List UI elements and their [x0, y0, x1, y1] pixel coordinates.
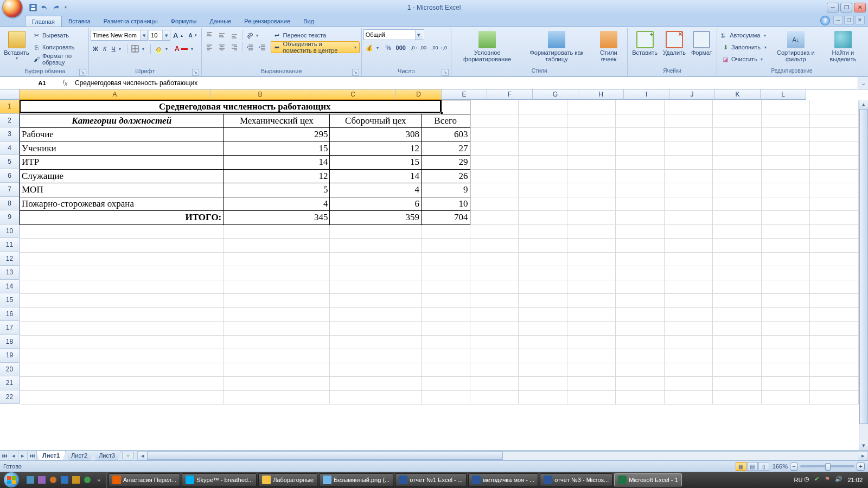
- cell[interactable]: [224, 252, 330, 266]
- start-button[interactable]: [1, 472, 22, 488]
- cell[interactable]: [664, 335, 713, 349]
- column-header-G[interactable]: G: [533, 89, 578, 100]
- merge-center-button[interactable]: ⬌Объединить и поместить в центре▾: [271, 41, 360, 53]
- cell[interactable]: [713, 363, 762, 377]
- cell[interactable]: [519, 169, 567, 183]
- cell[interactable]: [330, 239, 421, 253]
- cell[interactable]: [713, 252, 762, 266]
- cell[interactable]: [664, 252, 713, 266]
- cell[interactable]: [421, 335, 470, 349]
- chevron-down-icon[interactable]: ▾: [140, 30, 148, 40]
- ql-icon[interactable]: [82, 474, 93, 486]
- cell[interactable]: [713, 183, 762, 197]
- cell[interactable]: [567, 390, 616, 404]
- cell[interactable]: [224, 363, 330, 377]
- cell[interactable]: [810, 128, 859, 142]
- cell[interactable]: [567, 169, 616, 183]
- next-sheet-icon[interactable]: ▸: [18, 451, 28, 460]
- scroll-right-icon[interactable]: ▸: [858, 452, 867, 460]
- cell[interactable]: [664, 266, 713, 280]
- tray-icon[interactable]: ◷: [804, 476, 813, 484]
- italic-button[interactable]: К: [101, 43, 108, 55]
- increase-decimal-button[interactable]: ,0←,00: [409, 42, 429, 54]
- row-header-8[interactable]: 8: [0, 197, 20, 211]
- cell[interactable]: [470, 211, 519, 225]
- cell[interactable]: [810, 142, 859, 156]
- cell[interactable]: [616, 211, 665, 225]
- taskbar-item[interactable]: Skype™ - breathed...: [182, 473, 257, 486]
- cell[interactable]: [810, 266, 859, 280]
- cell[interactable]: [664, 100, 713, 114]
- row-header-3[interactable]: 3: [0, 127, 20, 142]
- cell[interactable]: [519, 128, 567, 142]
- cell[interactable]: [567, 211, 616, 225]
- column-header-I[interactable]: I: [624, 89, 669, 100]
- page-layout-view-button[interactable]: ▤: [747, 462, 758, 471]
- cell[interactable]: [470, 322, 519, 336]
- cell[interactable]: [224, 322, 330, 336]
- cell[interactable]: [664, 211, 713, 225]
- cell[interactable]: [616, 114, 665, 128]
- cell[interactable]: ИТОГО:: [20, 211, 224, 225]
- show-desktop-icon[interactable]: [25, 474, 36, 486]
- cell[interactable]: [616, 280, 665, 294]
- cell[interactable]: [664, 156, 713, 170]
- cell[interactable]: [810, 307, 859, 322]
- sheet-tab[interactable]: Лист1: [36, 451, 66, 460]
- row-header-2[interactable]: 2: [0, 114, 20, 128]
- cell[interactable]: [519, 197, 567, 211]
- cell[interactable]: [20, 239, 224, 253]
- cell[interactable]: [20, 252, 224, 266]
- cell[interactable]: [664, 142, 713, 156]
- cell[interactable]: [810, 335, 859, 349]
- cell[interactable]: [664, 294, 713, 308]
- cell[interactable]: 359: [330, 211, 421, 225]
- cell[interactable]: [761, 100, 810, 114]
- fill-button[interactable]: ⬇Заполнить▾: [719, 41, 770, 53]
- add-sheet-button[interactable]: ✧: [122, 452, 134, 459]
- scroll-thumb[interactable]: [859, 109, 868, 424]
- cell[interactable]: [713, 100, 762, 114]
- cell[interactable]: [224, 349, 330, 363]
- row-header-21[interactable]: 21: [0, 376, 20, 390]
- cell[interactable]: [470, 114, 519, 128]
- taskbar-item[interactable]: отчёт №1 Excel - ...: [395, 473, 467, 486]
- row-header-5[interactable]: 5: [0, 155, 20, 169]
- cell[interactable]: [470, 307, 519, 322]
- doc-restore-button[interactable]: ❐: [844, 16, 854, 24]
- tab-разметка страницы[interactable]: Разметка страницы: [97, 16, 164, 27]
- cell[interactable]: [567, 156, 616, 170]
- cell[interactable]: [567, 377, 616, 391]
- cell[interactable]: [470, 335, 519, 349]
- cell[interactable]: [470, 224, 519, 239]
- row-header-14[interactable]: 14: [0, 280, 20, 294]
- cell[interactable]: [664, 363, 713, 377]
- cell[interactable]: [810, 363, 859, 377]
- align-top-button[interactable]: [203, 29, 215, 41]
- cell[interactable]: Всего: [421, 114, 470, 128]
- cell[interactable]: [20, 266, 224, 280]
- cell[interactable]: [664, 322, 713, 336]
- cell[interactable]: [567, 349, 616, 363]
- cell[interactable]: [421, 239, 470, 253]
- row-header-19[interactable]: 19: [0, 349, 20, 363]
- cell[interactable]: [567, 114, 616, 128]
- underline-button[interactable]: Ч▾: [110, 43, 125, 55]
- cell[interactable]: [470, 128, 519, 142]
- cell[interactable]: [713, 349, 762, 363]
- cell[interactable]: 12: [330, 142, 421, 156]
- save-icon[interactable]: [28, 3, 38, 12]
- cell[interactable]: [567, 280, 616, 294]
- zoom-out-button[interactable]: −: [790, 463, 798, 471]
- zoom-in-button[interactable]: +: [857, 463, 865, 471]
- cell[interactable]: [616, 252, 665, 266]
- qat-dropdown-icon[interactable]: ▾: [62, 3, 68, 12]
- scroll-thumb[interactable]: [147, 452, 502, 460]
- cell[interactable]: [713, 114, 762, 128]
- decrease-decimal-button[interactable]: ,00→,0: [429, 42, 449, 54]
- cell[interactable]: [810, 322, 859, 336]
- cell[interactable]: [330, 349, 421, 363]
- cell[interactable]: [810, 114, 859, 128]
- cell[interactable]: [224, 266, 330, 280]
- decrease-indent-button[interactable]: [244, 41, 256, 53]
